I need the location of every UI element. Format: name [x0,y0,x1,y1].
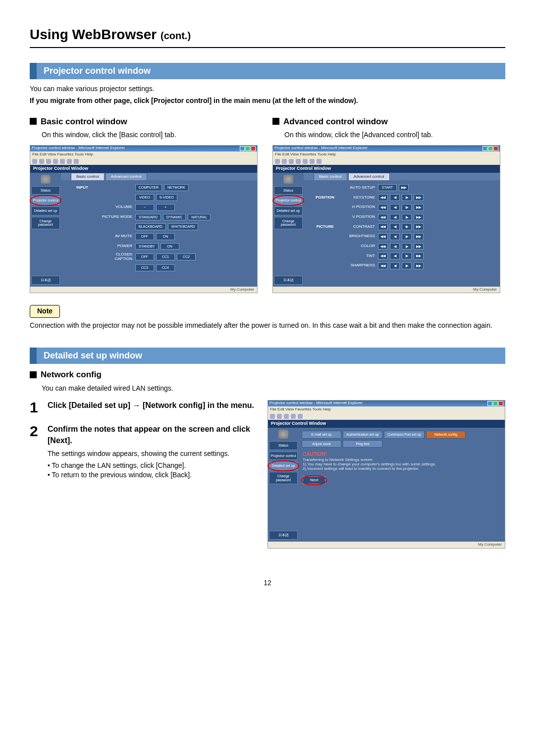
tab-basic-control[interactable]: Basic control [71,173,105,181]
arrow-button[interactable]: ◀◀ [378,194,388,201]
maximize-icon[interactable] [245,146,250,151]
arrow-button[interactable]: ◀◀ [378,252,388,259]
control-button[interactable]: STANDBY [135,243,159,250]
close-icon[interactable] [251,146,256,151]
minimize-icon[interactable] [240,146,245,151]
sidebar-item-change-password[interactable]: Change password [31,217,60,229]
sidebar-item-language[interactable]: 日本語 [269,531,298,540]
close-icon[interactable] [498,401,503,406]
detail-tab[interactable]: Authentication set up [343,431,382,439]
arrow-button[interactable]: ◀ [390,214,400,221]
control-button[interactable]: S-VIDEO [156,194,177,201]
minimize-icon[interactable] [487,401,492,406]
language-icon[interactable] [41,175,51,184]
control-button[interactable]: CC1 [156,253,175,260]
arrow-button[interactable]: ▶▶ [414,194,424,201]
sidebar-item-language[interactable]: 日本語 [274,276,303,285]
detail-tab[interactable]: Adjust clock [302,440,341,448]
back-icon[interactable] [270,414,275,419]
detail-tab[interactable]: Ping test [343,440,382,448]
control-button[interactable]: DYNAMIC [163,214,186,221]
sidebar-item-status[interactable]: Status [274,186,303,195]
arrow-button[interactable]: ▶ [402,214,412,221]
arrow-button[interactable]: ◀ [390,252,400,259]
control-button[interactable]: OFF [135,253,154,260]
sidebar-item-projector-control[interactable]: Projector control [269,452,298,460]
favorites-icon[interactable] [317,159,321,164]
arrow-button[interactable]: ▶ [402,252,412,259]
stop-icon[interactable] [289,159,294,164]
control-button[interactable]: CC4 [156,264,175,271]
stop-icon[interactable] [284,414,289,419]
control-button[interactable]: ON [156,233,175,240]
search-icon[interactable] [67,159,72,164]
sidebar-item-detailed-setup[interactable]: Detailed set up [274,206,303,215]
back-icon[interactable] [275,159,280,164]
control-button[interactable]: − [135,204,154,211]
sidebar-item-change-password[interactable]: Change password [269,472,298,484]
forward-icon[interactable] [282,159,287,164]
arrow-button[interactable]: ▶▶ [414,252,424,259]
arrow-button[interactable]: ▶▶ [414,204,424,211]
control-button[interactable]: CC2 [177,253,196,260]
sidebar-item-status[interactable]: Status [31,186,60,195]
control-button[interactable]: OFF [135,233,154,240]
refresh-icon[interactable] [291,414,296,419]
control-button[interactable]: CC3 [135,264,154,271]
control-button[interactable]: VIDEO [135,194,154,201]
detail-tab[interactable]: Network config [426,431,466,439]
arrow-button[interactable]: ▶▶ [414,214,424,221]
menubar[interactable]: File Edit View Favorites Tools Help [273,151,500,158]
home-icon[interactable] [298,414,303,419]
arrow-button[interactable]: ▶ [402,204,412,211]
favorites-icon[interactable] [74,159,79,164]
arrow-button[interactable]: ◀◀ [378,233,388,240]
control-button[interactable]: + [156,204,175,211]
maximize-icon[interactable] [493,401,498,406]
arrow-button[interactable]: ▶▶ [399,184,409,191]
sidebar-item-change-password[interactable]: Change password [274,217,303,229]
forward-icon[interactable] [39,159,44,164]
search-icon[interactable] [310,159,315,164]
detail-tab[interactable]: Command Port set up [384,431,425,439]
close-icon[interactable] [493,146,498,151]
detail-tab[interactable]: E-mail set up [302,431,341,439]
arrow-button[interactable]: ◀◀ [378,214,388,221]
tab-advanced-control[interactable]: Advanced control [106,173,147,181]
menubar[interactable]: File Edit View Favorites Tools Help [268,406,505,413]
sidebar-item-detailed-setup[interactable]: Detailed set up [31,206,60,215]
forward-icon[interactable] [277,414,282,419]
arrow-button[interactable]: ◀ [390,204,400,211]
sidebar-item-language[interactable]: 日本語 [31,276,60,285]
refresh-icon[interactable] [53,159,58,164]
tab-advanced-control[interactable]: Advanced control [348,173,390,181]
sidebar-item-detailed-setup[interactable]: Detailed set up [269,461,298,470]
arrow-button[interactable]: ◀◀ [378,262,388,269]
language-icon[interactable] [278,430,288,439]
control-button[interactable]: ON [160,243,179,250]
next-button[interactable]: Next [303,476,325,485]
arrow-button[interactable]: ▶ [402,233,412,240]
control-button[interactable]: START [378,184,397,191]
home-icon[interactable] [303,159,308,164]
minimize-icon[interactable] [482,146,487,151]
sidebar-item-status[interactable]: Status [269,441,298,450]
refresh-icon[interactable] [296,159,301,164]
control-button[interactable]: WHITEBOARD [168,223,198,230]
arrow-button[interactable]: ◀◀ [378,223,388,230]
arrow-button[interactable]: ▶▶ [414,262,424,269]
arrow-button[interactable]: ▶ [402,243,412,250]
control-button[interactable]: COMPUTER [135,184,162,191]
menubar[interactable]: File Edit View Favorites Tools Help [30,151,257,158]
arrow-button[interactable]: ◀ [390,262,400,269]
arrow-button[interactable]: ▶▶ [414,243,424,250]
control-button[interactable]: STANDARD [135,214,161,221]
arrow-button[interactable]: ◀ [390,194,400,201]
language-icon[interactable] [283,175,293,184]
arrow-button[interactable]: ▶▶ [414,233,424,240]
arrow-button[interactable]: ◀ [390,243,400,250]
arrow-button[interactable]: ▶▶ [414,223,424,230]
arrow-button[interactable]: ◀ [390,233,400,240]
arrow-button[interactable]: ◀ [390,223,400,230]
arrow-button[interactable]: ▶ [402,194,412,201]
